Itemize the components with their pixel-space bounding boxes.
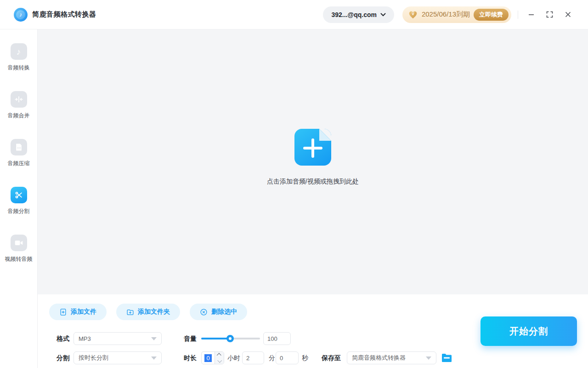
sidebar-item-audio-compress[interactable]: 音频压缩 — [8, 139, 30, 167]
open-folder-button[interactable] — [441, 351, 453, 364]
volume-slider[interactable] — [201, 332, 260, 345]
slider-handle[interactable] — [226, 335, 234, 342]
stepper-down-icon[interactable] — [215, 358, 224, 364]
titlebar-divider — [518, 11, 518, 19]
start-split-button[interactable]: 开始分割 — [481, 316, 577, 346]
minimize-icon — [528, 11, 535, 18]
split-mode-select[interactable]: 按时长分割 — [74, 351, 162, 364]
svg-text:V: V — [412, 12, 414, 16]
sidebar-item-audio-merge[interactable]: 音频合并 — [8, 91, 30, 120]
add-file-button[interactable]: 添加文件 — [49, 304, 107, 320]
renew-button[interactable]: 立即续费 — [474, 9, 509, 21]
vip-badge: V 2025/06/13到期 立即续费 — [402, 6, 511, 23]
folder-plus-icon — [126, 308, 134, 316]
hours-stepper[interactable]: 0 — [201, 351, 224, 364]
app-logo-music-icon: ♪ — [14, 8, 28, 22]
vip-expiry-date: 2025/06/13到期 — [422, 10, 470, 19]
dropzone-hint: 点击添加音频/视频或拖拽到此处 — [267, 178, 359, 186]
minutes-input[interactable] — [242, 351, 264, 364]
video-camera-icon — [11, 235, 27, 251]
vip-heart-icon: V — [408, 10, 418, 20]
app-window: ♪ 简鹿音频格式转换器 392...@qq.com V 2025 — [0, 0, 588, 368]
brand: ♪ 简鹿音频格式转换器 — [14, 8, 96, 22]
file-dropzone[interactable]: 点击添加音频/视频或拖拽到此处 — [267, 129, 359, 186]
minimize-button[interactable] — [522, 6, 540, 24]
hours-unit: 小时 — [227, 351, 240, 364]
folder-icon — [441, 353, 452, 363]
dropdown-arrow-icon — [426, 356, 431, 360]
file-toolbar: 添加文件 添加文件夹 删除选中 — [49, 304, 247, 320]
split-label: 分割 — [57, 351, 69, 364]
minutes-unit: 分 — [269, 351, 275, 364]
seconds-input[interactable] — [276, 351, 299, 364]
titlebar: ♪ 简鹿音频格式转换器 392...@qq.com V 2025 — [0, 0, 588, 29]
close-button[interactable] — [559, 6, 577, 24]
volume-input[interactable] — [263, 332, 291, 345]
sidebar-item-audio-split[interactable]: 音频分割 — [8, 187, 30, 215]
format-label: 格式 — [57, 332, 69, 345]
app-title: 简鹿音频格式转换器 — [32, 10, 96, 19]
circle-x-icon — [200, 308, 208, 316]
volume-label: 音量 — [184, 332, 197, 345]
dropdown-arrow-icon — [151, 356, 157, 360]
titlebar-right: 392...@qq.com V 2025/06/13到期 立即续费 — [323, 6, 577, 24]
main-content: 点击添加音频/视频或拖拽到此处 — [38, 29, 588, 294]
merge-arrows-icon — [11, 91, 27, 108]
seconds-unit: 秒 — [302, 351, 308, 364]
sidebar-item-audio-convert[interactable]: ♪ 音频转换 — [8, 43, 30, 72]
hours-value[interactable]: 0 — [204, 354, 211, 362]
maximize-icon — [546, 11, 553, 18]
music-note-icon: ♪ — [11, 43, 27, 60]
file-plus-icon — [59, 308, 67, 316]
account-email: 392...@qq.com — [331, 11, 376, 18]
scissors-icon — [11, 187, 27, 203]
close-icon — [565, 11, 571, 18]
format-select[interactable]: MP3 — [74, 332, 162, 345]
chevron-down-icon — [380, 13, 386, 17]
duration-label: 时长 — [184, 351, 197, 364]
sidebar-item-video-to-audio[interactable]: 视频转音频 — [5, 235, 33, 263]
save-path-select[interactable]: 简鹿音频格式转换器 — [347, 351, 436, 364]
dropdown-arrow-icon — [151, 337, 157, 340]
stepper-up-icon[interactable] — [215, 352, 224, 358]
add-file-plus-icon[interactable] — [294, 129, 331, 166]
account-dropdown[interactable]: 392...@qq.com — [323, 6, 394, 23]
maximize-button[interactable] — [540, 6, 559, 24]
add-folder-button[interactable]: 添加文件夹 — [116, 304, 180, 320]
sidebar: ♪ 音频转换 音频合并 音频压缩 — [0, 29, 38, 368]
compress-file-icon — [11, 139, 27, 155]
delete-selected-button[interactable]: 删除选中 — [190, 304, 247, 320]
bottom-panel: 添加文件 添加文件夹 删除选中 格式 MP3 音量 — [38, 294, 588, 368]
save-to-label: 保存至 — [322, 351, 341, 364]
